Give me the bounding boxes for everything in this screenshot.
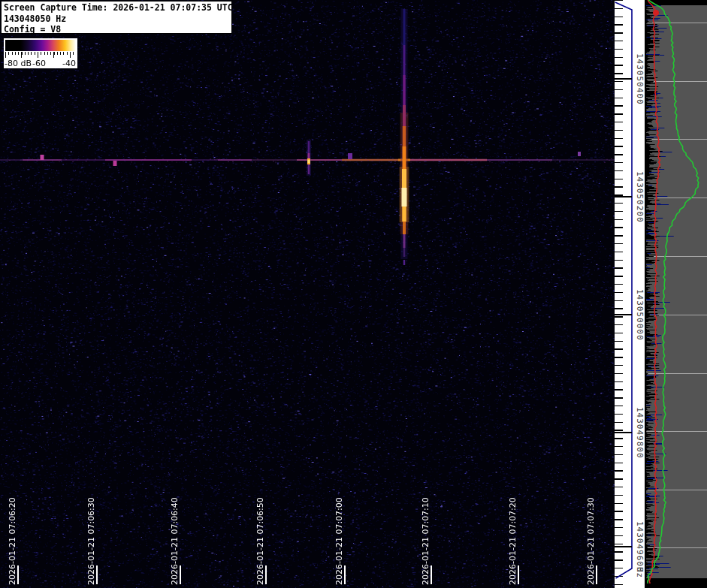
time-axis-label: 2026-01-21 07:07:10	[421, 491, 431, 585]
capture-time-text: Screen Capture Time: 2026-01-21 07:07:35…	[4, 2, 231, 14]
time-axis-tick	[96, 565, 98, 584]
legend-label-min: -80 dB	[5, 59, 32, 68]
time-axis-tick	[596, 565, 597, 584]
color-scale-gradient	[5, 40, 76, 51]
frequency-major-tick	[615, 314, 632, 315]
frequency-major-tick	[615, 78, 632, 80]
time-axis-label: 2026-01-21 07:06:20	[8, 491, 18, 585]
frequency-axis-label: 143050400	[634, 45, 645, 113]
frequency-axis-label: 143049800	[634, 399, 645, 466]
time-axis-label: 2026-01-21 07:06:40	[170, 491, 180, 585]
legend-label-mid: -60	[32, 59, 46, 68]
center-frequency-text: 143048050 Hz	[4, 14, 231, 25]
frequency-axis-label: 143050200	[634, 163, 645, 231]
time-axis-tick	[265, 565, 267, 584]
config-text: Config = V8	[4, 24, 231, 35]
frequency-major-tick	[615, 196, 632, 198]
frequency-major-tick	[615, 432, 632, 433]
time-axis-tick	[17, 565, 19, 584]
frequency-major-tick	[615, 546, 632, 547]
time-axis-label: 2026-01-21 07:07:30	[586, 491, 597, 585]
frequency-unit-label: Hz	[634, 562, 645, 584]
time-axis-tick	[344, 565, 346, 584]
frequency-axis-label: 143050000	[634, 281, 645, 348]
color-scale-ticks	[5, 52, 76, 58]
time-axis-tick	[518, 565, 519, 584]
live-spectrum-panel-canvas	[645, 0, 707, 588]
time-axis-tick	[431, 565, 432, 584]
time-axis-label: 2026-01-21 07:06:50	[255, 491, 266, 585]
time-axis-tick	[180, 565, 181, 584]
time-axis-label: 2026-01-21 07:07:00	[334, 491, 345, 585]
frequency-ruler: 1430504001430502001430500001430498001430…	[615, 0, 645, 588]
color-scale-legend: -80 dB -60 -40	[4, 38, 77, 68]
time-axis-label: 2026-01-21 07:07:20	[508, 491, 518, 585]
legend-label-max: -40	[62, 59, 76, 68]
time-axis-label: 2026-01-21 07:06:30	[86, 491, 97, 585]
spectrogram-app-window: 2026-01-21 07:06:202026-01-21 07:06:3020…	[0, 0, 707, 588]
capture-info-box: Screen Capture Time: 2026-01-21 07:07:35…	[1, 1, 232, 34]
